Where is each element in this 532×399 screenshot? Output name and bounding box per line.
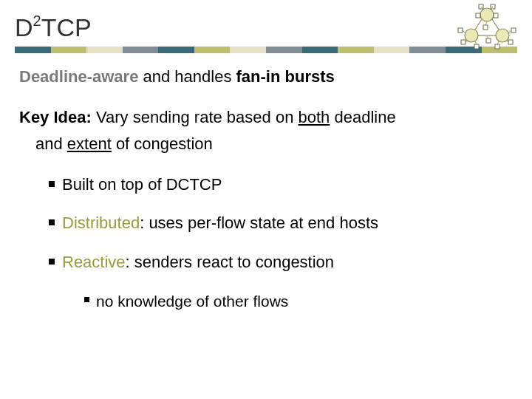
distributed-rest: : uses per-flow state at end hosts xyxy=(140,214,378,232)
underline-both: both xyxy=(299,108,330,126)
svg-rect-12 xyxy=(474,44,479,49)
svg-rect-9 xyxy=(494,13,498,18)
svg-point-2 xyxy=(496,29,509,42)
key-idea-line1: Key Idea: Vary sending rate based on bot… xyxy=(19,107,513,129)
bullet-reactive: Reactive: senders react to congestion no… xyxy=(49,252,513,311)
svg-line-22 xyxy=(463,30,466,33)
slide-title: D2TCP xyxy=(15,13,517,42)
svg-rect-8 xyxy=(476,13,480,18)
slide-body: Deadline-aware and handles fan-in bursts… xyxy=(15,53,517,311)
bullet-dctcp: Built on top of DCTCP xyxy=(49,174,513,196)
sub-bullet-no-knowledge: no knowledge of other flows xyxy=(84,291,513,311)
header-stripe xyxy=(15,47,517,53)
key-idea-tail2: deadline xyxy=(330,108,395,126)
title-suffix: TCP xyxy=(41,13,92,41)
svg-rect-15 xyxy=(495,44,499,49)
key-idea-label: Key Idea: xyxy=(19,108,92,126)
fanin-label: fan-in bursts xyxy=(236,67,335,86)
svg-rect-17 xyxy=(486,38,491,43)
svg-line-27 xyxy=(497,41,499,44)
key-idea-cont-pre: and xyxy=(35,134,67,153)
bullet-dctcp-text: Built on top of DCTCP xyxy=(62,175,222,194)
title-prefix: D xyxy=(15,13,33,41)
network-cluster-icon xyxy=(451,3,523,53)
sub-bullet-text: no knowledge of other flows xyxy=(96,293,288,310)
title-superscript: 2 xyxy=(33,13,41,29)
svg-point-0 xyxy=(480,8,494,21)
summary-line: Deadline-aware and handles fan-in bursts xyxy=(19,66,513,88)
reactive-label: Reactive xyxy=(62,253,126,271)
svg-line-3 xyxy=(475,19,482,30)
distributed-label: Distributed xyxy=(62,214,140,232)
key-idea-tail1: Vary sending rate based on xyxy=(92,108,299,126)
svg-line-25 xyxy=(508,30,511,33)
summary-mid: and handles xyxy=(138,67,236,86)
reactive-rest: : senders react to congestion xyxy=(126,253,335,271)
svg-line-4 xyxy=(492,19,499,30)
svg-rect-10 xyxy=(458,28,463,33)
bullet-distributed: Distributed: uses per-flow state at end … xyxy=(49,213,513,234)
footer-stripe xyxy=(15,382,517,389)
bullet-list: Built on top of DCTCP Distributed: uses … xyxy=(19,174,513,311)
svg-rect-16 xyxy=(483,25,488,30)
deadline-aware-label: Deadline-aware xyxy=(19,67,138,86)
key-idea-cont-post: of congestion xyxy=(112,134,213,153)
svg-line-24 xyxy=(475,41,477,44)
svg-rect-13 xyxy=(511,28,516,33)
slide: D2TCP Deadline-aware and handles fan-in … xyxy=(0,0,532,399)
sub-bullet-list: no knowledge of other flows xyxy=(62,291,513,311)
svg-point-1 xyxy=(465,29,478,42)
key-idea-line2: and extent of congestion xyxy=(19,134,513,155)
svg-line-28 xyxy=(485,21,487,25)
underline-extent: extent xyxy=(67,134,112,153)
